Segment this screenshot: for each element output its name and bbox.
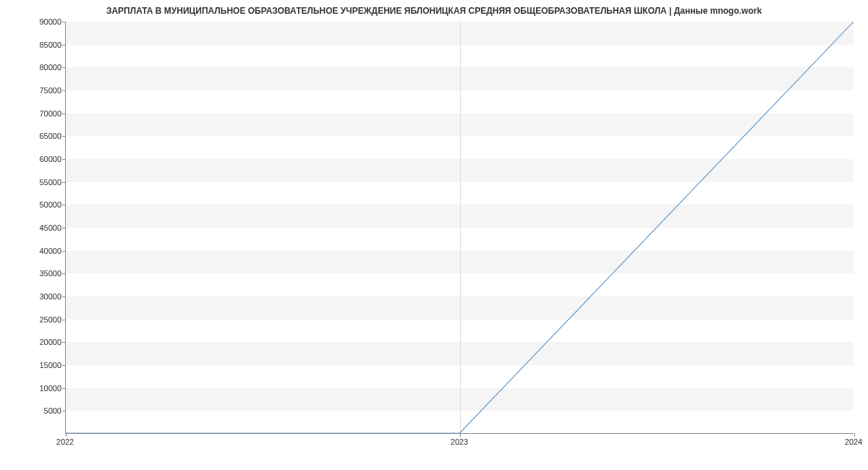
y-tick [62, 22, 66, 22]
y-tick-label: 75000 [4, 86, 61, 95]
y-tick-label: 50000 [4, 200, 61, 209]
x-tick-label: 2023 [451, 437, 468, 446]
y-tick [62, 320, 66, 320]
y-tick-label: 45000 [4, 223, 61, 232]
y-tick-label: 15000 [4, 361, 61, 369]
x-tick [66, 433, 67, 437]
y-tick-label: 5000 [4, 406, 61, 415]
chart-title: ЗАРПЛАТА В МУНИЦИПАЛЬНОЕ ОБРАЗОВАТЕЛЬНОЕ… [0, 6, 868, 16]
y-tick-label: 35000 [4, 269, 61, 278]
y-tick [62, 182, 66, 183]
y-tick [62, 228, 66, 228]
y-tick-label: 90000 [4, 17, 61, 26]
y-tick [62, 296, 66, 297]
y-tick [62, 411, 66, 411]
y-tick-label: 65000 [4, 132, 61, 140]
y-tick-label: 85000 [4, 40, 61, 49]
y-tick [62, 159, 66, 160]
y-tick [62, 45, 66, 46]
y-tick-label: 40000 [4, 247, 61, 255]
chart-container: ЗАРПЛАТА В МУНИЦИПАЛЬНОЕ ОБРАЗОВАТЕЛЬНОЕ… [0, 0, 868, 470]
y-tick-label: 55000 [4, 178, 61, 187]
x-tick [854, 433, 855, 437]
y-tick [62, 342, 66, 343]
x-tick-label: 2022 [56, 437, 74, 446]
x-tick-label: 2024 [845, 437, 862, 446]
y-tick-label: 25000 [4, 315, 61, 324]
y-tick-label: 30000 [4, 292, 61, 301]
y-tick-label: 80000 [4, 63, 61, 72]
y-tick [62, 114, 66, 114]
y-tick [62, 251, 66, 252]
y-tick-label: 60000 [4, 155, 61, 163]
y-tick-label: 10000 [4, 384, 61, 393]
y-tick-label: 20000 [4, 338, 61, 346]
y-tick [62, 136, 66, 137]
y-tick-label: 70000 [4, 109, 61, 118]
y-tick [62, 388, 66, 389]
y-tick [62, 67, 66, 68]
plot-area [65, 22, 854, 434]
y-tick [62, 90, 66, 91]
grid-line-v [460, 22, 461, 433]
y-tick [62, 205, 66, 205]
x-tick [460, 433, 461, 437]
y-tick [62, 273, 66, 274]
y-tick [62, 365, 66, 366]
